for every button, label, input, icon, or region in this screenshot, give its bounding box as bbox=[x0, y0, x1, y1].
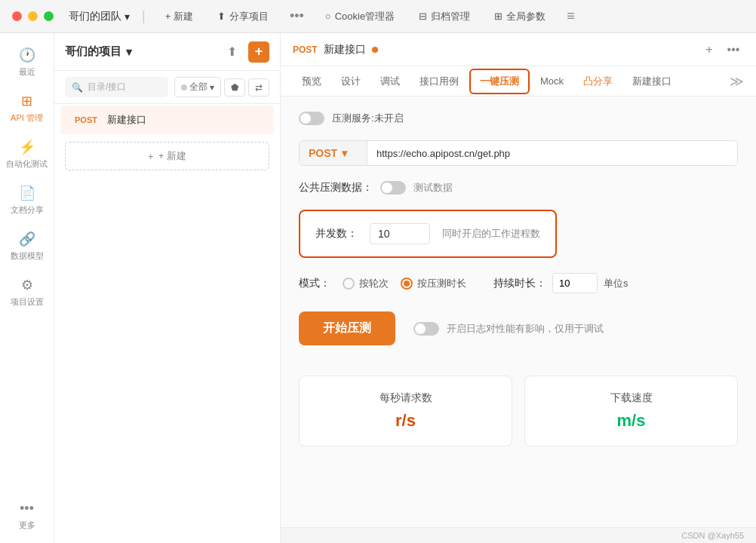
automation-icon: ⚡ bbox=[19, 139, 35, 155]
header-add-button[interactable]: + bbox=[699, 39, 720, 60]
log-toggle[interactable] bbox=[413, 322, 439, 336]
global-params-button[interactable]: ⊞ 全局参数 bbox=[487, 7, 553, 26]
method-chevron-icon: ▾ bbox=[342, 147, 347, 159]
api-icon: ⊞ bbox=[21, 93, 32, 109]
metric-speed-title: 下载速度 bbox=[610, 391, 653, 405]
sidebar-item-recent[interactable]: 🕐 最近 bbox=[0, 41, 54, 84]
api-panel: 哥们的项目 ▾ ⬆ + 🔍 目录/接口 全部 ▾ ⬟ ⇄ bbox=[54, 33, 281, 543]
public-data-row: 公共压测数据： 测试数据 bbox=[299, 181, 738, 195]
panel-title: 哥们的项目 ▾ bbox=[65, 44, 132, 59]
new-button[interactable]: + 新建 bbox=[158, 7, 201, 26]
metric-speed-value: m/s bbox=[617, 411, 646, 431]
content-header: POST 新建接口 + ••• bbox=[281, 33, 756, 66]
main-layout: 🕐 最近 ⊞ API 管理 ⚡ 自动化测试 📄 文档分享 🔗 数据模型 ⚙ 项目… bbox=[0, 33, 756, 543]
footer: CSDN @Xayh55 bbox=[281, 527, 756, 543]
data-model-icon: 🔗 bbox=[19, 231, 35, 247]
header-api-title: 新建接口 bbox=[324, 43, 366, 57]
mode-radio-group: 按轮次 按压测时长 bbox=[343, 277, 466, 290]
maximize-button[interactable] bbox=[44, 11, 54, 21]
sidebar-item-settings[interactable]: ⚙ 项目设置 bbox=[0, 271, 54, 314]
sidebar-item-automation[interactable]: ⚡ 自动化测试 bbox=[0, 133, 54, 176]
add-icon: + bbox=[148, 151, 154, 162]
sidebar-item-data-model[interactable]: 🔗 数据模型 bbox=[0, 225, 54, 268]
panel-search-row: 🔍 目录/接口 全部 ▾ ⬟ ⇄ bbox=[54, 71, 280, 104]
mode-duration-option[interactable]: 按压测时长 bbox=[401, 277, 466, 290]
titlebar-more-button[interactable]: ••• bbox=[285, 8, 309, 24]
filter-all-btn[interactable]: 全部 ▾ bbox=[174, 77, 221, 97]
duration-group: 持续时长： 单位s bbox=[493, 273, 628, 293]
url-input[interactable] bbox=[367, 142, 737, 165]
tabs-more-button[interactable]: ≫ bbox=[730, 73, 744, 90]
mode-rounds-option[interactable]: 按轮次 bbox=[343, 277, 389, 290]
sidebar-item-docs[interactable]: 📄 文档分享 bbox=[0, 179, 54, 222]
share-project-button[interactable]: ⬆ 分享项目 bbox=[210, 7, 276, 26]
rounds-radio-circle bbox=[343, 278, 355, 290]
filter-exchange-btn[interactable]: ⇄ bbox=[248, 78, 269, 97]
recent-icon: 🕐 bbox=[19, 47, 35, 63]
url-row: POST ▾ bbox=[299, 140, 738, 166]
concurrency-section: 并发数： 同时开启的工作进程数 bbox=[299, 210, 557, 258]
close-button[interactable] bbox=[12, 11, 22, 21]
traffic-lights bbox=[12, 11, 54, 21]
cookie-manager-button[interactable]: ○ Cookie管理器 bbox=[318, 7, 402, 26]
tab-design[interactable]: 设计 bbox=[332, 70, 370, 93]
log-knob bbox=[415, 324, 426, 334]
toggle-knob bbox=[300, 113, 311, 124]
public-data-label: 公共压测数据： bbox=[299, 181, 373, 195]
test-data-link[interactable]: 测试数据 bbox=[413, 181, 453, 195]
filter-dot bbox=[181, 84, 187, 90]
metric-rps-card: 每秒请求数 r/s bbox=[299, 376, 512, 446]
list-item-api[interactable]: POST 新建接口 bbox=[60, 106, 274, 134]
public-data-toggle[interactable] bbox=[380, 181, 406, 195]
tab-mock[interactable]: Mock bbox=[531, 71, 573, 91]
settings-icon: ⚙ bbox=[21, 277, 33, 293]
titlebar-divider: | bbox=[142, 8, 146, 24]
concurrency-input[interactable] bbox=[370, 223, 430, 244]
filter-btns: 全部 ▾ ⬟ ⇄ bbox=[174, 77, 269, 97]
panel-upload-button[interactable]: ⬆ bbox=[221, 41, 242, 63]
sidebar-item-api[interactable]: ⊞ API 管理 bbox=[0, 87, 54, 130]
duration-radio-inner bbox=[404, 281, 410, 287]
status-dot bbox=[372, 47, 378, 53]
method-select-value: POST bbox=[309, 147, 337, 159]
sidebar-item-more[interactable]: ••• 更多 bbox=[0, 495, 54, 537]
log-toggle-row: 开启日志对性能有影响，仅用于调试 bbox=[413, 322, 604, 336]
content-body: 压测服务:未开启 POST ▾ 公共压测数据： 测试数据 并发数： bbox=[281, 97, 756, 527]
titlebar-extra-more[interactable]: ≡ bbox=[562, 8, 579, 24]
search-icon: 🔍 bbox=[72, 82, 83, 93]
mode-row: 模式： 按轮次 按压测时长 持续时长： bbox=[299, 273, 738, 293]
tab-debug[interactable]: 调试 bbox=[371, 70, 409, 93]
header-more-button[interactable]: ••• bbox=[723, 39, 744, 60]
duration-unit: 单位s bbox=[604, 277, 628, 290]
titlebar: 哥们的团队 ▾ | + 新建 ⬆ 分享项目 ••• ○ Cookie管理器 ⊟ … bbox=[0, 0, 756, 33]
stress-toggle[interactable] bbox=[299, 112, 324, 125]
search-wrap[interactable]: 🔍 目录/接口 bbox=[65, 77, 168, 97]
duration-label: 持续时长： bbox=[493, 277, 546, 290]
start-stress-button[interactable]: 开始压测 bbox=[299, 311, 395, 345]
panel-add-button[interactable]: + bbox=[248, 41, 269, 63]
duration-radio-circle bbox=[401, 278, 413, 290]
metric-speed-card: 下载速度 m/s bbox=[524, 376, 738, 446]
tab-preview[interactable]: 预览 bbox=[293, 70, 330, 93]
docs-icon: 📄 bbox=[19, 185, 35, 201]
filter-sort-btn[interactable]: ⬟ bbox=[224, 78, 245, 97]
panel-title-chevron: ▾ bbox=[126, 45, 132, 59]
tab-stress[interactable]: 一键压测 bbox=[469, 69, 530, 94]
content-area: POST 新建接口 + ••• 预览 设计 调试 接口用例 一键压测 Mock … bbox=[281, 33, 756, 543]
tab-new-api[interactable]: 新建接口 bbox=[623, 70, 681, 93]
metric-rps-title: 每秒请求数 bbox=[380, 391, 432, 405]
tab-share[interactable]: 凸分享 bbox=[574, 70, 622, 93]
minimize-button[interactable] bbox=[28, 11, 38, 21]
archive-manager-button[interactable]: ⊟ 归档管理 bbox=[411, 7, 478, 26]
stress-toggle-row: 压测服务:未开启 bbox=[299, 112, 738, 125]
team-name[interactable]: 哥们的团队 ▾ bbox=[69, 10, 130, 23]
api-item-name: 新建接口 bbox=[107, 113, 146, 127]
add-api-button[interactable]: + + 新建 bbox=[65, 142, 269, 170]
stress-toggle-label: 压测服务:未开启 bbox=[332, 112, 404, 125]
more-icon: ••• bbox=[20, 501, 34, 517]
method-badge-post: POST bbox=[71, 114, 101, 126]
method-select[interactable]: POST ▾ bbox=[300, 141, 367, 165]
duration-input[interactable] bbox=[552, 273, 598, 293]
tab-usage[interactable]: 接口用例 bbox=[410, 70, 468, 93]
mode-label: 模式： bbox=[299, 277, 330, 290]
